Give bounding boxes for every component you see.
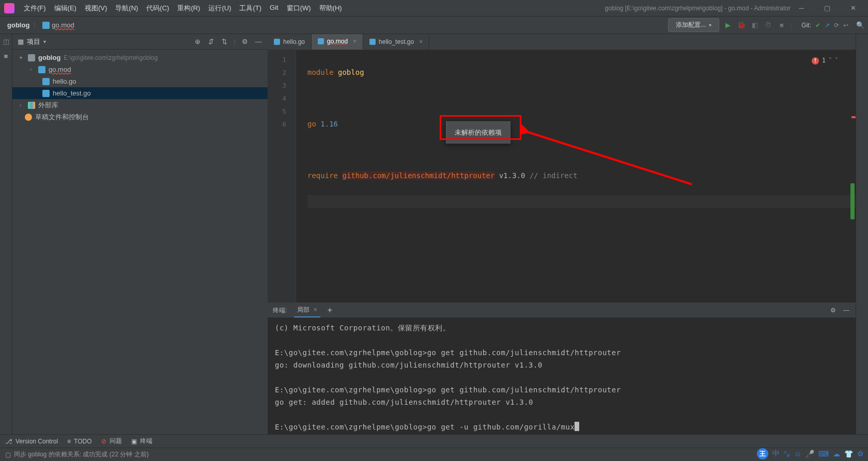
- collapse-icon[interactable]: ⇅: [221, 38, 229, 46]
- prev-error-icon[interactable]: ˄: [829, 54, 832, 67]
- git-history-icon[interactable]: ↩: [843, 22, 848, 29]
- error-indicator[interactable]: ! 1 ˄ ˅: [812, 54, 838, 67]
- run-icon[interactable]: ▶: [723, 21, 733, 30]
- ime-skin-icon[interactable]: 👕: [844, 450, 853, 458]
- editor-tab-hello[interactable]: hello.go: [268, 34, 312, 50]
- go-file-icon: [42, 22, 50, 29]
- terminal-hide-icon[interactable]: —: [842, 306, 850, 314]
- close-button[interactable]: ✕: [842, 1, 864, 15]
- editor-area: hello.go go.mod × hello_test.go × 1 2 3 …: [268, 34, 856, 434]
- editor-tab-gomod[interactable]: go.mod ×: [312, 34, 363, 50]
- breadcrumb-project[interactable]: goblog: [7, 21, 29, 29]
- ime-settings-icon[interactable]: ⚙: [857, 450, 864, 458]
- tree-external-libs[interactable]: › 外部库: [12, 99, 268, 111]
- run-config-button[interactable]: 添加配置... ▾: [668, 18, 719, 32]
- menu-edit[interactable]: 编辑(E): [51, 2, 80, 15]
- bottom-tool-tabs: ⎇ Version Control ≡ TODO ⊘ 问题 ▣ 终端: [0, 434, 868, 448]
- search-icon[interactable]: 🔍: [856, 21, 865, 30]
- go-file-icon: [42, 90, 50, 97]
- editor-body[interactable]: 1 2 3 4 5 6 module goblog go 1.16 requir…: [268, 50, 856, 303]
- debug-icon[interactable]: 🐞: [737, 21, 746, 30]
- ime-emoji-icon[interactable]: ☺: [794, 450, 801, 458]
- menu-file[interactable]: 文件(F): [21, 2, 49, 15]
- ime-mic-icon[interactable]: 🎤: [805, 450, 814, 458]
- menu-refactor[interactable]: 重构(R): [174, 2, 203, 15]
- tab-label: hello_test.go: [379, 38, 414, 45]
- run-config-label: 添加配置...: [676, 21, 706, 29]
- locate-icon[interactable]: ⊕: [194, 38, 202, 46]
- terminal-tab-label: 局部: [297, 306, 309, 313]
- project-view-icon: ▦: [18, 38, 24, 45]
- git-update-icon[interactable]: ⟳: [834, 22, 839, 29]
- ime-lang-icon[interactable]: 中: [772, 449, 780, 458]
- menu-tools[interactable]: 工具(T): [236, 2, 265, 15]
- tree-file-label: hello_test.go: [53, 89, 91, 97]
- git-commit-icon[interactable]: ✔: [815, 22, 820, 29]
- ime-main-icon[interactable]: 王: [757, 448, 768, 459]
- version-control-tab[interactable]: ⎇ Version Control: [5, 438, 58, 445]
- minimize-button[interactable]: ─: [791, 1, 812, 15]
- stop-icon[interactable]: ■: [777, 21, 786, 30]
- tree-scratches[interactable]: 草稿文件和控制台: [12, 111, 268, 123]
- code-content[interactable]: module goblog go 1.16 require github.com…: [296, 50, 856, 303]
- tab-close-icon[interactable]: ×: [419, 38, 423, 45]
- error-count: 1: [822, 54, 826, 67]
- project-tree: ▾ goblog E:\go\gitee.com\zgrhelpme\goblo…: [12, 50, 268, 125]
- hide-icon[interactable]: —: [254, 38, 262, 46]
- settings-icon[interactable]: ⚙: [241, 38, 249, 46]
- expand-icon[interactable]: ⇵: [207, 38, 215, 46]
- bookmarks-tool-icon[interactable]: ■: [2, 52, 10, 60]
- window-title: goblog [E:\go\gitee.com\zgrhelpme\goblog…: [605, 5, 791, 12]
- menu-navigate[interactable]: 导航(N): [112, 2, 141, 15]
- go-file-icon: [42, 78, 50, 85]
- todo-tab[interactable]: ≡ TODO: [67, 438, 91, 445]
- branch-icon: ⎇: [5, 438, 12, 445]
- go-file-icon: [318, 38, 324, 44]
- git-push-icon[interactable]: ↗: [825, 22, 830, 29]
- profile-icon[interactable]: ⏱: [764, 21, 773, 30]
- ime-bar[interactable]: 王 中 °ₒ ☺ 🎤 ⌨ ☁ 👕 ⚙: [757, 448, 864, 459]
- window-controls: ─ ▢ ✕: [791, 1, 864, 15]
- line-gutter: 1 2 3 4 5 6: [268, 50, 296, 303]
- terminal-panel: 终端: 局部 × + ⚙ — (c) Microsoft Corporation…: [268, 303, 856, 434]
- terminal-header: 终端: 局部 × + ⚙ —: [268, 303, 856, 317]
- navbar-right: 添加配置... ▾ ▶ 🐞 ◧ ⏱ ■ | Git: ✔ ↗ ⟳ ↩ 🔍: [668, 18, 865, 32]
- menu-view[interactable]: 视图(V): [82, 2, 110, 15]
- warning-icon: ⊘: [101, 438, 106, 445]
- project-panel-header: ▦ 项目 ▾ ⊕ ⇵ ⇅ | ⚙ —: [12, 34, 268, 50]
- menu-code[interactable]: 代码(C): [143, 2, 172, 15]
- terminal-output[interactable]: (c) Microsoft Corporation。保留所有权利。 E:\go\…: [268, 317, 856, 434]
- breadcrumb-file[interactable]: go.mod: [42, 21, 74, 29]
- structure-tool-icon[interactable]: ◫: [2, 37, 10, 45]
- coverage-icon[interactable]: ◧: [750, 21, 760, 30]
- minimap[interactable]: [849, 54, 855, 298]
- ime-keyboard-icon[interactable]: ⌨: [818, 450, 829, 458]
- menu-git[interactable]: Git: [267, 2, 282, 15]
- terminal-tab-local[interactable]: 局部 ×: [294, 304, 320, 317]
- maximize-button[interactable]: ▢: [816, 1, 838, 15]
- project-panel-title[interactable]: 项目: [27, 37, 40, 46]
- terminal-tab-close-icon[interactable]: ×: [314, 306, 317, 313]
- go-file-icon: [38, 66, 45, 73]
- menu-help[interactable]: 帮助(H): [316, 2, 345, 15]
- terminal-add-tab[interactable]: +: [328, 306, 332, 315]
- terminal-tab[interactable]: ▣ 终端: [131, 437, 152, 446]
- ime-cloud-icon[interactable]: ☁: [833, 450, 840, 458]
- menu-window[interactable]: 窗口(W): [284, 2, 314, 15]
- titlebar: 文件(F) 编辑(E) 视图(V) 导航(N) 代码(C) 重构(R) 运行(U…: [0, 0, 868, 17]
- terminal-settings-icon[interactable]: ⚙: [829, 306, 837, 314]
- project-root[interactable]: ▾ goblog E:\go\gitee.com\zgrhelpme\goblo…: [12, 52, 268, 63]
- tree-file-label: hello.go: [53, 77, 76, 85]
- status-text: 同步 goblog 的依赖关系: 成功完成 (22 分钟 之前): [14, 450, 149, 459]
- editor-tab-hellotest[interactable]: hello_test.go ×: [363, 34, 429, 50]
- tree-file-gomod[interactable]: › go.mod: [12, 63, 268, 75]
- tree-file-hello[interactable]: hello.go: [12, 75, 268, 87]
- tab-close-icon[interactable]: ×: [353, 38, 357, 45]
- next-error-icon[interactable]: ˅: [835, 54, 838, 67]
- problems-tab[interactable]: ⊘ 问题: [101, 437, 122, 446]
- go-file-icon: [274, 39, 280, 45]
- breadcrumb: goblog 〉 go.mod: [3, 21, 74, 30]
- menu-run[interactable]: 运行(U): [205, 2, 234, 15]
- ime-punct-icon[interactable]: °ₒ: [784, 450, 790, 458]
- tree-file-hellotest[interactable]: hello_test.go: [12, 87, 268, 99]
